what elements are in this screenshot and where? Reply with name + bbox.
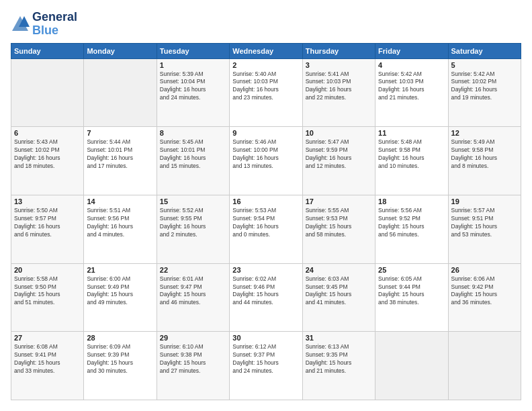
cell-text: Sunset: 9:37 PM: [232, 351, 299, 359]
cell-text: Daylight: 15 hours: [160, 291, 226, 299]
cell-text: Sunset: 10:02 PM: [14, 146, 81, 154]
calendar-cell: 17Sunrise: 5:55 AMSunset: 9:53 PMDayligh…: [302, 195, 375, 263]
cell-text: Sunset: 10:01 PM: [87, 146, 153, 154]
day-number: 22: [160, 266, 226, 274]
day-number: 28: [87, 334, 153, 342]
cell-text: Daylight: 16 hours: [306, 154, 372, 163]
logo: General Blue: [11, 11, 77, 38]
cell-text: Daylight: 15 hours: [14, 359, 81, 367]
cell-text: Daylight: 16 hours: [378, 154, 445, 163]
cell-text: Sunrise: 6:12 AM: [232, 343, 299, 351]
cell-text: Sunset: 9:44 PM: [378, 283, 445, 291]
cell-text: Daylight: 15 hours: [160, 359, 226, 367]
cell-text: and 13 minutes.: [232, 163, 299, 171]
cell-text: Sunrise: 5:49 AM: [451, 138, 518, 146]
day-number: 16: [232, 197, 299, 205]
day-number: 9: [232, 129, 299, 137]
cell-text: and 4 minutes.: [87, 231, 153, 239]
cell-text: Sunrise: 6:08 AM: [14, 343, 81, 351]
cell-text: Sunrise: 6:06 AM: [451, 275, 518, 283]
cell-text: Sunset: 9:46 PM: [232, 283, 299, 291]
page-header: General Blue: [11, 11, 521, 38]
calendar-cell: 26Sunrise: 6:06 AMSunset: 9:42 PMDayligh…: [448, 263, 521, 332]
calendar-cell: [84, 58, 157, 127]
cell-text: Sunset: 9:57 PM: [14, 215, 81, 223]
cell-text: Daylight: 15 hours: [87, 291, 153, 299]
cell-text: and 21 minutes.: [378, 94, 445, 102]
cell-text: Sunrise: 5:45 AM: [160, 138, 226, 146]
cell-text: Sunset: 9:59 PM: [306, 146, 372, 154]
cell-text: Daylight: 16 hours: [451, 86, 518, 94]
cell-text: Sunset: 10:03 PM: [232, 78, 299, 86]
cell-text: Sunrise: 5:51 AM: [87, 207, 153, 215]
cell-text: Daylight: 15 hours: [451, 291, 518, 299]
calendar-cell: 12Sunrise: 5:49 AMSunset: 9:58 PMDayligh…: [448, 127, 521, 195]
cell-text: and 41 minutes.: [306, 299, 372, 307]
day-number: 29: [160, 334, 226, 342]
cell-text: Daylight: 16 hours: [232, 154, 299, 163]
day-number: 3: [306, 61, 372, 69]
cell-text: Sunset: 9:42 PM: [451, 283, 518, 291]
day-number: 7: [87, 129, 153, 137]
cell-text: and 51 minutes.: [14, 299, 81, 307]
day-header: Tuesday: [157, 43, 229, 58]
day-number: 12: [451, 129, 518, 137]
day-number: 11: [378, 129, 445, 137]
cell-text: Sunrise: 5:58 AM: [14, 275, 81, 283]
cell-text: Sunset: 9:54 PM: [232, 215, 299, 223]
cell-text: and 18 minutes.: [14, 163, 81, 171]
cell-text: Sunset: 9:53 PM: [306, 215, 372, 223]
day-number: 4: [378, 61, 445, 69]
cell-text: Sunrise: 5:46 AM: [232, 138, 299, 146]
cell-text: Sunrise: 6:13 AM: [306, 343, 372, 351]
cell-text: Sunset: 9:35 PM: [306, 351, 372, 359]
day-header: Sunday: [11, 43, 84, 58]
cell-text: Sunset: 9:38 PM: [160, 351, 226, 359]
calendar-cell: 9Sunrise: 5:46 AMSunset: 10:00 PMDayligh…: [230, 127, 302, 195]
cell-text: Sunset: 10:01 PM: [160, 146, 226, 154]
cell-text: Sunrise: 6:03 AM: [306, 275, 372, 283]
cell-text: and 12 minutes.: [306, 163, 372, 171]
cell-text: Daylight: 16 hours: [87, 223, 153, 231]
calendar-cell: 13Sunrise: 5:50 AMSunset: 9:57 PMDayligh…: [11, 195, 84, 263]
calendar-week-row: 1Sunrise: 5:39 AMSunset: 10:04 PMDayligh…: [11, 58, 521, 127]
cell-text: and 15 minutes.: [160, 163, 226, 171]
cell-text: Sunrise: 5:39 AM: [160, 71, 226, 79]
cell-text: and 24 minutes.: [160, 94, 226, 102]
calendar-cell: 23Sunrise: 6:02 AMSunset: 9:46 PMDayligh…: [230, 263, 302, 332]
cell-text: Sunset: 9:45 PM: [306, 283, 372, 291]
day-header: Thursday: [302, 43, 375, 58]
calendar-cell: 19Sunrise: 5:57 AMSunset: 9:51 PMDayligh…: [448, 195, 521, 263]
calendar-cell: 22Sunrise: 6:01 AMSunset: 9:47 PMDayligh…: [157, 263, 229, 332]
cell-text: Daylight: 15 hours: [451, 223, 518, 231]
cell-text: Sunset: 10:00 PM: [232, 146, 299, 154]
logo-text: General Blue: [32, 11, 77, 38]
cell-text: Sunrise: 5:56 AM: [378, 207, 445, 215]
cell-text: Sunrise: 5:47 AM: [306, 138, 372, 146]
calendar-cell: 27Sunrise: 6:08 AMSunset: 9:41 PMDayligh…: [11, 332, 84, 400]
day-number: 20: [14, 266, 81, 274]
cell-text: Sunrise: 6:00 AM: [87, 275, 153, 283]
day-header: Monday: [84, 43, 157, 58]
calendar-cell: 21Sunrise: 6:00 AMSunset: 9:49 PMDayligh…: [84, 263, 157, 332]
cell-text: Daylight: 15 hours: [306, 359, 372, 367]
cell-text: Sunrise: 5:44 AM: [87, 138, 153, 146]
day-number: 25: [378, 266, 445, 274]
cell-text: Sunrise: 5:42 AM: [378, 71, 445, 79]
cell-text: Daylight: 16 hours: [306, 86, 372, 94]
day-number: 8: [160, 129, 226, 137]
day-header: Friday: [375, 43, 448, 58]
calendar-cell: 11Sunrise: 5:48 AMSunset: 9:58 PMDayligh…: [375, 127, 448, 195]
cell-text: and 17 minutes.: [87, 163, 153, 171]
cell-text: and 30 minutes.: [87, 367, 153, 375]
cell-text: and 10 minutes.: [378, 163, 445, 171]
calendar-cell: 24Sunrise: 6:03 AMSunset: 9:45 PMDayligh…: [302, 263, 375, 332]
calendar-cell: 29Sunrise: 6:10 AMSunset: 9:38 PMDayligh…: [157, 332, 229, 400]
calendar-cell: [11, 58, 84, 127]
calendar-cell: 7Sunrise: 5:44 AMSunset: 10:01 PMDayligh…: [84, 127, 157, 195]
day-number: 23: [232, 266, 299, 274]
calendar-cell: 3Sunrise: 5:41 AMSunset: 10:03 PMDayligh…: [302, 58, 375, 127]
cell-text: Sunrise: 5:42 AM: [451, 71, 518, 79]
day-number: 24: [306, 266, 372, 274]
cell-text: Daylight: 15 hours: [378, 291, 445, 299]
